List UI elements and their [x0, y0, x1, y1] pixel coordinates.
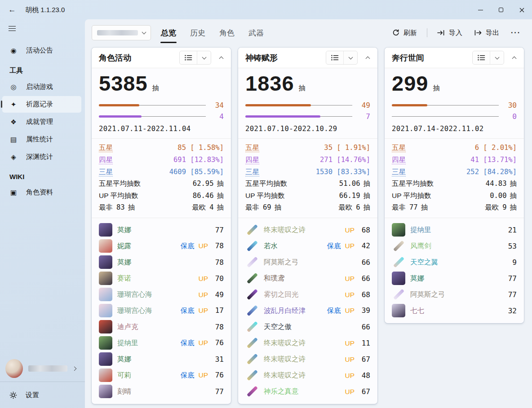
five-star-history-list: 终末嗟叹之诗UP68若水保底UP42阿莫斯之弓66和璞鸢UP66雾切之回光UP6… [238, 218, 377, 404]
minimize-icon [478, 10, 483, 10]
weapon-blade-shape [393, 241, 404, 252]
banner-card: 角色活动 5385 抽 [92, 48, 231, 404]
tab-历史[interactable]: 历史 [189, 26, 206, 39]
export-icon [474, 30, 482, 36]
five-star-pity-bar: 49 [245, 101, 370, 110]
sidebar-item-announcements[interactable]: ◉ 活动公告 [2, 42, 81, 59]
chevron-right-icon [72, 366, 77, 371]
item-right-group: 保底UP39 [327, 306, 370, 316]
up-badge: UP [198, 242, 208, 250]
three-star-stat-value: 1530 [83.33%] [316, 168, 370, 176]
more-options-button[interactable]: ··· [506, 26, 525, 39]
character-avatar [392, 223, 405, 237]
three-star-stat-label[interactable]: 三星 [392, 167, 406, 177]
minimize-button[interactable] [470, 0, 491, 20]
sidebar-item-深渊统计[interactable]: ◈深渊统计 [2, 149, 81, 165]
pity-badge: 保底 [180, 371, 194, 380]
four-star-stat-label[interactable]: 四星 [99, 155, 113, 165]
list-item: 终末嗟叹之诗UP48 [245, 367, 370, 383]
five-star-stat-label[interactable]: 五星 [99, 143, 113, 153]
weapon-icon [245, 304, 259, 317]
character-avatar [392, 304, 405, 317]
item-right-group: 保底UP17 [180, 306, 224, 316]
item-right-group: 77 [212, 226, 224, 234]
item-pull-count: 68 [359, 290, 370, 299]
five-star-stat-label[interactable]: 五星 [392, 143, 406, 153]
tab-角色[interactable]: 角色 [218, 26, 235, 39]
chevron-down-icon [142, 30, 146, 35]
chevron-down-icon[interactable] [197, 57, 211, 59]
five-star-stat-label[interactable]: 五星 [245, 143, 259, 153]
item-name: 赛诺 [117, 274, 131, 283]
abyss-stats-icon: ◈ [9, 153, 18, 161]
item-name: 风鹰剑 [410, 241, 431, 251]
four-star-stat-label[interactable]: 四星 [245, 155, 259, 165]
stats-section: 五星 85 [ 1.58%] 四星 691 [12.83%] 三星 4609 [… [92, 138, 231, 218]
list-item: 阿莫斯之弓66 [245, 254, 370, 270]
view-mode-split-button[interactable] [179, 51, 211, 65]
date-range: 2021.07.14-2022.11.02 [392, 125, 517, 133]
list-item: 若水保底UP42 [245, 238, 370, 254]
user-account-row[interactable] [5, 359, 80, 378]
view-mode-split-button[interactable] [472, 51, 504, 65]
three-star-stat-label[interactable]: 三星 [245, 167, 259, 177]
item-pull-count: 66 [359, 258, 370, 267]
maximize-button[interactable] [491, 0, 511, 20]
totals-section: 299 抽 30 0 2021.07.14-2022.11.02 [385, 68, 524, 138]
export-label: 导出 [486, 29, 499, 37]
hamburger-menu-button[interactable] [4, 21, 22, 36]
sidebar-item-settings[interactable]: 设置 [2, 383, 81, 407]
import-button[interactable]: 导入 [433, 26, 467, 40]
character-wiki-icon: ▣ [9, 189, 18, 197]
maximize-icon [499, 8, 503, 12]
sidebar-wiki-group: ▣角色资料 [0, 183, 85, 202]
weapon-icon [245, 352, 259, 366]
four-star-stat-label[interactable]: 四星 [392, 155, 406, 165]
collapse-card-button[interactable] [362, 51, 373, 65]
sidebar-item-启动游戏[interactable]: ◎启动游戏 [2, 79, 81, 95]
weapon-blade-shape [247, 386, 258, 397]
date-range: 2021.07.11-2022.11.04 [99, 125, 224, 133]
sidebar-section-wiki: WIKI [9, 173, 85, 180]
four-star-stat-value: 41 [13.71%] [470, 156, 517, 164]
collapse-card-button[interactable] [508, 51, 520, 65]
avg-five-star-label: 五星平均抽数 [245, 179, 287, 189]
chevron-down-icon[interactable] [344, 57, 357, 59]
sidebar-item-祈愿记录[interactable]: ✦祈愿记录 [2, 96, 81, 113]
avg-up-label: UP 平均抽数 [392, 191, 431, 201]
weapon-blade-shape [247, 305, 258, 316]
totals-section: 5385 抽 34 4 2021.07.11-2022.11.04 [92, 68, 231, 138]
uid-select-dropdown[interactable] [92, 25, 151, 40]
item-pull-count: 39 [359, 306, 370, 315]
three-star-stat-label[interactable]: 三星 [99, 167, 113, 177]
chevron-down-icon[interactable] [490, 57, 504, 59]
refresh-button[interactable]: 刷新 [388, 26, 421, 40]
collapse-card-button[interactable] [215, 51, 227, 65]
character-avatar [99, 288, 112, 301]
sidebar-item-属性统计[interactable]: ▤属性统计 [2, 131, 81, 148]
tab-总览[interactable]: 总览 [160, 26, 177, 39]
item-name: 刻晴 [117, 387, 131, 396]
list-view-icon[interactable] [473, 55, 490, 61]
item-pull-count: 76 [212, 371, 224, 379]
list-item: 神乐之真意UP67 [245, 383, 370, 399]
toolbar-separator [427, 28, 427, 37]
back-button[interactable]: ← [4, 3, 21, 17]
list-view-icon[interactable] [326, 55, 343, 61]
tab-武器[interactable]: 武器 [248, 26, 265, 39]
worst-pity: 最非69抽 [245, 203, 281, 212]
export-button[interactable]: 导出 [470, 26, 504, 40]
sidebar-item-成就管理[interactable]: ❖成就管理 [2, 114, 81, 130]
four-star-stat-value: 691 [12.83%] [173, 156, 224, 164]
list-view-icon[interactable] [180, 55, 197, 61]
list-item: 刻晴77 [99, 383, 224, 399]
close-button[interactable] [511, 0, 532, 20]
character-avatar [99, 304, 112, 317]
weapon-blade-shape [247, 338, 258, 349]
up-badge: UP [345, 275, 355, 283]
view-mode-split-button[interactable] [326, 51, 358, 65]
pity-badge: 保底 [327, 306, 341, 316]
weapon-blade-shape [393, 289, 404, 300]
up-badge: UP [345, 388, 355, 396]
sidebar-item-角色资料[interactable]: ▣角色资料 [2, 184, 81, 201]
